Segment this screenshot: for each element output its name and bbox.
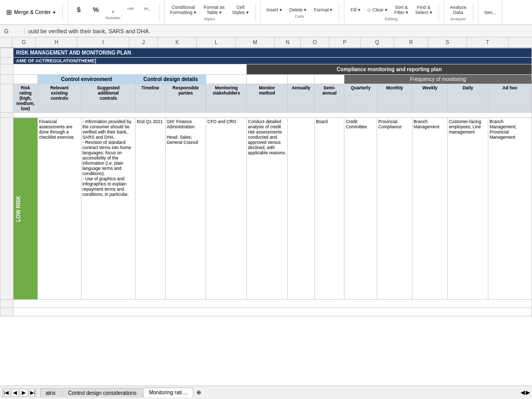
monitoring-stakeholders-cell[interactable]: CFO and CRO — [206, 118, 247, 300]
col-label-monitoring[interactable]: Monitoring stakeholders — [206, 84, 247, 113]
format-as-table-button[interactable]: Format asTable ▾ — [201, 4, 228, 16]
col-header-n[interactable]: N — [275, 37, 301, 47]
spreadsheet-content: RISK MANAGEMENT AND MONITORING PLAN AME … — [0, 48, 532, 385]
adhoc-cell[interactable]: Branch Management; Provincial Management — [488, 118, 532, 300]
col-header-i[interactable]: I — [77, 37, 129, 47]
col-label-daily[interactable]: Daily — [447, 84, 488, 113]
col-label-risk[interactable]: Risk rating (high, medium, low) — [14, 84, 38, 113]
col-header-k[interactable]: K — [158, 37, 197, 47]
ctrl-env-header[interactable]: Control environment — [38, 75, 136, 84]
col-header-t[interactable]: T — [467, 37, 509, 47]
blank-left — [14, 64, 247, 75]
compliance-header-cell[interactable]: Compliance monitoring and reporting plan — [247, 64, 532, 75]
quarterly-cell[interactable]: Credit Committee — [344, 118, 377, 300]
add-sheet-button[interactable]: ⊕ — [196, 389, 201, 396]
col-label-weekly[interactable]: Weekly — [413, 84, 448, 113]
analyze-data-button[interactable]: AnalyzeData — [447, 4, 469, 16]
responsible-parties-cell[interactable]: GM: Finance Administration Head: Sales; … — [165, 118, 206, 300]
analysis-section-label: Analysis — [450, 17, 466, 21]
cell-styles-button[interactable]: CellStyles ▾ — [230, 4, 251, 16]
sort-filter-button[interactable]: Sort &Filter ▾ — [392, 4, 411, 16]
row-num-3 — [1, 64, 14, 75]
title-cell-1[interactable]: RISK MANAGEMENT AND MONITORING PLAN — [14, 48, 532, 58]
find-select-button[interactable]: Find &Select ▾ — [413, 4, 435, 16]
scroll-right-icon[interactable]: ▶ — [526, 389, 530, 396]
blank-n — [287, 75, 314, 84]
sensitivity-button[interactable]: Sen... — [482, 9, 499, 16]
col-header-h[interactable]: H — [36, 37, 77, 47]
col-label-adhoc[interactable]: Ad hoc — [488, 84, 532, 113]
col-label-monitor-method[interactable]: Monitor method — [247, 84, 287, 113]
cell-reference: G — [4, 28, 25, 34]
monthly-cell[interactable]: Provincial Compliance — [377, 118, 413, 300]
conditional-formatting-button[interactable]: ConditionalFormatting ▾ — [168, 4, 200, 16]
divider — [62, 3, 63, 22]
title-row-2: AME OF ACT/REGULATION/THEME] — [1, 58, 532, 64]
col-label-annually[interactable]: Annually — [287, 84, 314, 113]
merge-label: Merge & Center — [14, 9, 51, 15]
blank-g — [14, 75, 38, 84]
relevant-controls-cell[interactable]: Financial assessments are done through a… — [38, 118, 82, 300]
col-header-m[interactable]: M — [236, 37, 275, 47]
col-label-semi[interactable]: Semi- annual — [314, 84, 344, 113]
timeline-cell[interactable]: End Q1 2021 — [136, 118, 165, 300]
col-label-relevant[interactable]: Relevant existing controls — [38, 84, 82, 113]
row-num-5 — [1, 84, 14, 113]
number-section-label: Number — [105, 16, 120, 20]
fill-button[interactable]: Fill ▾ — [348, 6, 363, 14]
styles-section-label: Styles — [204, 17, 215, 21]
spacer-cell — [14, 113, 532, 118]
col-label-timeline[interactable]: Timeline — [136, 84, 165, 113]
col-label-responsible[interactable]: Responsible parties — [165, 84, 206, 113]
col-header-o[interactable]: O — [301, 37, 329, 47]
freq-header[interactable]: Frequency of monitoring — [344, 75, 532, 84]
ctrl-design-header[interactable]: Control design details — [136, 75, 206, 84]
cells-section-label: Cells — [295, 14, 304, 19]
spacer-row — [1, 113, 532, 118]
col-header-q[interactable]: Q — [361, 37, 394, 47]
divider — [473, 3, 473, 22]
ribbon-styles-group: ConditionalFormatting ▾ Format asTable ▾… — [165, 0, 261, 24]
comma-button[interactable]: , — [105, 5, 121, 15]
col-header-g[interactable]: G — [12, 37, 36, 47]
annually-cell[interactable] — [287, 118, 314, 300]
dollar-button[interactable]: $ — [71, 5, 87, 15]
col-header-s[interactable]: S — [428, 37, 467, 47]
col-header-l[interactable]: L — [197, 37, 236, 47]
decrease-decimal-button[interactable]: ⁰⁰₋ — [140, 5, 155, 15]
delete-button[interactable]: Delete ▾ — [287, 6, 310, 14]
increase-decimal-button[interactable]: ⁺⁰⁰ — [123, 5, 138, 15]
empty-row-1 — [1, 300, 532, 308]
insert-button[interactable]: Insert ▾ — [264, 6, 285, 14]
tab-atrix[interactable]: atrix — [40, 388, 61, 397]
weekly-cell[interactable]: Branch Management — [413, 118, 448, 300]
semi-annual-cell[interactable]: Board — [314, 118, 344, 300]
col-label-suggested[interactable]: Suggested additional controls — [81, 84, 135, 113]
merge-center-button[interactable]: ⊞ Merge & Center ▾ — [3, 7, 59, 18]
col-label-monthly[interactable]: Monthly — [377, 84, 413, 113]
daily-cell[interactable]: Customer-facing employees; Line manageme… — [447, 118, 488, 300]
col-header-r[interactable]: R — [394, 37, 428, 47]
clear-button[interactable]: ◇ Clear ▾ — [365, 6, 390, 14]
monitor-method-cell[interactable]: Conduct detailed analysis of credit risk… — [247, 118, 287, 300]
format-button[interactable]: Format ▾ — [311, 6, 335, 14]
col-label-quarterly[interactable]: Quarterly — [344, 84, 377, 113]
percent-button[interactable]: % — [88, 5, 104, 15]
nav-arrow-last[interactable]: ▶| — [29, 389, 37, 397]
nav-arrow-first[interactable]: |◀ — [2, 389, 10, 397]
col-header-p[interactable]: P — [329, 37, 361, 47]
title-cell-2[interactable]: AME OF ACT/REGULATION/THEME] — [14, 58, 532, 64]
subheader-row: Control environment Control design detai… — [1, 75, 532, 84]
scroll-left-icon[interactable]: ◀ — [521, 389, 525, 396]
low-risk-cell[interactable]: LOW RISK — [14, 118, 38, 300]
editing-section-label: Editing — [385, 17, 397, 21]
suggested-controls-cell[interactable]: - Information provided by the consumer s… — [81, 118, 135, 300]
tab-nav-arrows: |◀ ◀ ▶ ▶| — [2, 389, 37, 397]
tab-monitoring-rati[interactable]: Monitoring rati ... — [143, 388, 193, 397]
nav-arrow-next[interactable]: ▶ — [20, 389, 28, 397]
divider — [159, 3, 159, 22]
column-labels-row: Risk rating (high, medium, low) Relevant… — [1, 84, 532, 113]
col-header-j[interactable]: J — [129, 37, 158, 47]
nav-arrow-prev[interactable]: ◀ — [11, 389, 19, 397]
tab-control-design[interactable]: Control design considerations — [62, 388, 142, 397]
